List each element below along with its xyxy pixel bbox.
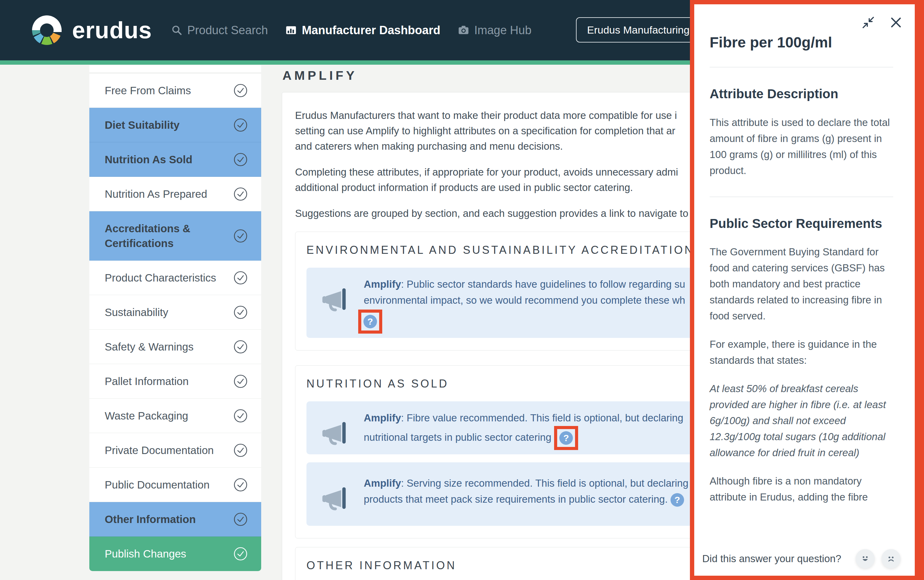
panel-controls xyxy=(861,15,903,30)
amplify-label: Amplify xyxy=(364,278,401,290)
megaphone-icon xyxy=(321,284,351,314)
public-sector-quote: At least 50% of breakfast cereals provid… xyxy=(710,381,893,461)
sidebar-item-publish-changes[interactable]: Publish Changes xyxy=(89,537,261,571)
amplify-label: Amplify xyxy=(364,478,401,489)
nav-items: Product Search Manufacturer Dashboard Im… xyxy=(171,0,532,60)
sidebar-item-safety-warnings[interactable]: Safety & Warnings xyxy=(89,330,261,364)
sidebar-item-private-documentation[interactable]: Private Documentation xyxy=(89,433,261,468)
public-sector-paragraph: The Government Buying Standard for food … xyxy=(710,244,893,324)
bar-chart-icon xyxy=(285,24,297,36)
feedback-question: Did this answer your question? xyxy=(702,553,841,565)
sidebar-item-nutrition-as-sold[interactable]: Nutrition As Sold xyxy=(89,142,261,177)
public-sector-heading: Public Sector Requirements xyxy=(710,215,893,232)
nav-item-image-hub[interactable]: Image Hub xyxy=(458,24,532,37)
alert-content: Amplify: Serving size recommended. This … xyxy=(364,475,688,513)
sidebar-partial-row xyxy=(89,65,261,73)
red-highlight-annotation: ? xyxy=(554,426,578,450)
collapse-icon[interactable] xyxy=(861,15,875,30)
sidebar-item-waste-packaging[interactable]: Waste Packaging xyxy=(89,399,261,433)
happy-face-icon xyxy=(860,554,870,564)
feedback-footer: Did this answer your question? xyxy=(702,549,901,568)
check-circle-icon xyxy=(234,512,248,526)
camera-icon xyxy=(458,24,469,36)
erudus-logo[interactable]: erudus xyxy=(32,15,152,45)
nav-item-manufacturer-dashboard[interactable]: Manufacturer Dashboard xyxy=(285,24,440,37)
check-circle-icon xyxy=(234,84,248,98)
attribute-description-text: This attribute is used to declare the to… xyxy=(710,115,893,179)
alert-content: Amplify: Public sector standards have gu… xyxy=(364,276,685,334)
check-circle-icon xyxy=(234,478,248,492)
red-highlight-annotation: ? xyxy=(358,310,382,334)
public-sector-paragraph: Although fibre is a non mandatory attrib… xyxy=(710,473,893,505)
sidebar-item-sustainability[interactable]: Sustainability xyxy=(89,295,261,330)
help-icon[interactable]: ? xyxy=(559,431,573,445)
sad-face-icon xyxy=(886,554,896,564)
help-panel: Fibre per 100g/ml Attribute Description … xyxy=(690,0,924,580)
check-circle-icon xyxy=(234,118,248,132)
spec-section-sidebar: Free From Claims Diet Suitability Nutrit… xyxy=(89,65,261,571)
account-button[interactable]: Erudus Manufacturing xyxy=(576,17,701,43)
megaphone-icon xyxy=(321,483,351,513)
help-panel-content: Fibre per 100g/ml Attribute Description … xyxy=(694,4,915,576)
search-icon xyxy=(171,25,182,36)
check-circle-icon xyxy=(234,340,248,354)
amplify-label: Amplify xyxy=(364,412,401,423)
help-icon[interactable]: ? xyxy=(364,315,377,328)
sidebar-item-public-documentation[interactable]: Public Documentation xyxy=(89,468,261,502)
nav-item-label: Product Search xyxy=(187,24,268,37)
nav-item-label: Manufacturer Dashboard xyxy=(302,24,440,37)
happy-face-button[interactable] xyxy=(856,549,875,568)
erudus-logo-icon xyxy=(32,15,62,45)
check-circle-icon xyxy=(234,409,248,423)
erudus-logo-text: erudus xyxy=(72,18,152,42)
sidebar-item-pallet-information[interactable]: Pallet Information xyxy=(89,364,261,399)
divider xyxy=(710,67,893,68)
close-icon[interactable] xyxy=(889,16,903,29)
megaphone-icon xyxy=(321,418,351,448)
alert-content: Amplify: Fibre value recommended. This f… xyxy=(364,410,684,450)
check-circle-icon xyxy=(234,443,248,457)
check-circle-icon xyxy=(234,547,248,561)
nav-item-product-search[interactable]: Product Search xyxy=(171,24,268,37)
check-circle-icon xyxy=(234,374,248,389)
sidebar-item-accreditations-certifications[interactable]: Accreditations & Certifications xyxy=(89,211,261,260)
sidebar-item-other-information[interactable]: Other Information xyxy=(89,502,261,537)
check-circle-icon xyxy=(234,305,248,320)
check-circle-icon xyxy=(234,187,248,201)
divider xyxy=(710,196,893,197)
check-circle-icon xyxy=(234,229,248,243)
public-sector-paragraph: For example, there is guidance in the st… xyxy=(710,336,893,368)
nav-item-label: Image Hub xyxy=(474,24,532,37)
check-circle-icon xyxy=(234,271,248,285)
sidebar-item-free-from-claims[interactable]: Free From Claims xyxy=(89,73,261,108)
help-icon[interactable]: ? xyxy=(670,493,684,507)
check-circle-icon xyxy=(234,152,248,166)
attribute-description-heading: Attribute Description xyxy=(710,85,893,103)
sidebar-item-diet-suitability[interactable]: Diet Suitability xyxy=(89,108,261,142)
sad-face-button[interactable] xyxy=(881,549,901,568)
sidebar-item-product-characteristics[interactable]: Product Characteristics xyxy=(89,260,261,295)
sidebar-item-nutrition-as-prepared[interactable]: Nutrition As Prepared xyxy=(89,177,261,211)
help-article-title: Fibre per 100g/ml xyxy=(710,34,893,51)
